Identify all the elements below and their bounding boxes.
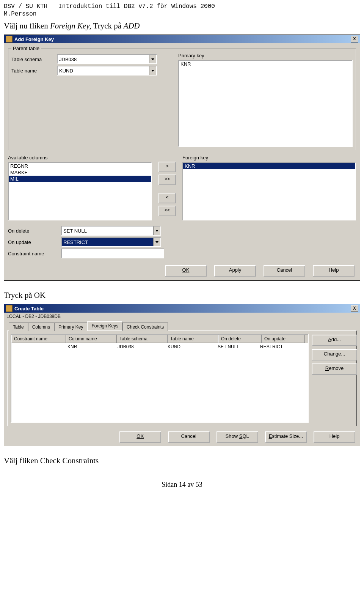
instruction-1: Välj nu fliken Foreign Key, Tryck på ADD xyxy=(0,19,364,35)
tab-foreign-keys[interactable]: Foreign Keys xyxy=(87,321,122,330)
close-icon[interactable]: X xyxy=(351,305,358,312)
tab-check-constraints[interactable]: Check Constraints xyxy=(122,323,168,331)
chevron-down-icon[interactable] xyxy=(153,227,160,235)
table-name-input[interactable] xyxy=(58,66,149,75)
group-legend: Parent table xyxy=(11,46,41,51)
cell-table-name: KUND xyxy=(165,343,215,351)
col-table-schema[interactable]: Table schema xyxy=(117,335,168,343)
tab-table[interactable]: Table xyxy=(9,323,28,331)
col-column-name[interactable]: Column name xyxy=(66,335,117,343)
add-button[interactable]: Add... xyxy=(312,335,357,346)
tab-columns[interactable]: Columns xyxy=(28,323,54,331)
foreign-key-label: Foreign key xyxy=(182,155,356,160)
page-header: DSV / SU KTH Introduktion till DB2 v7.2 … xyxy=(0,0,364,11)
instruction-2: Tryck på OK xyxy=(0,288,364,304)
chevron-down-icon[interactable] xyxy=(153,238,160,246)
move-right-button[interactable]: > xyxy=(158,162,176,172)
tab-primary-key[interactable]: Primary Key xyxy=(54,323,87,331)
table-name-combo[interactable] xyxy=(57,66,157,76)
cell-constraint xyxy=(11,343,65,351)
window-title: Add Foreign Key xyxy=(14,36,351,42)
primary-key-label: Primary key xyxy=(178,53,353,58)
window-icon xyxy=(6,305,13,312)
chevron-down-icon[interactable] xyxy=(149,66,156,75)
help-button[interactable]: Help xyxy=(314,431,355,443)
cell-on-delete: SET NULL xyxy=(215,343,258,351)
ok-button[interactable]: OK xyxy=(119,431,161,443)
page-author: M.Persson xyxy=(0,11,364,19)
foreign-key-list[interactable]: KNR xyxy=(182,162,356,220)
table-schema-input[interactable] xyxy=(58,55,149,63)
list-item[interactable]: MIL xyxy=(9,176,151,182)
remove-button[interactable]: Remove xyxy=(312,363,357,375)
parent-table-group: Parent table Table schema Table name xyxy=(8,49,356,150)
table-row[interactable]: KNR JDB038 KUND SET NULL RESTRICT xyxy=(11,343,308,351)
ok-button[interactable]: OK xyxy=(165,265,207,277)
cancel-button[interactable]: Cancel xyxy=(168,431,210,443)
on-update-label: On update xyxy=(8,239,61,245)
tab-strip: Table Columns Primary Key Foreign Keys C… xyxy=(9,321,357,330)
available-columns-list[interactable]: REGNR MARKE MIL xyxy=(8,162,152,220)
table-schema-label: Table schema xyxy=(11,57,57,62)
apply-button[interactable]: Apply xyxy=(214,265,256,277)
table-name-label: Table name xyxy=(11,68,57,74)
change-button[interactable]: Change... xyxy=(312,349,357,360)
col-on-delete[interactable]: On delete xyxy=(218,335,262,343)
move-left-button[interactable]: < xyxy=(158,193,176,203)
cell-on-update: RESTRICT xyxy=(258,343,300,351)
list-item[interactable]: MARKE xyxy=(9,169,151,176)
move-all-left-button[interactable]: << xyxy=(158,206,176,216)
chevron-down-icon[interactable] xyxy=(149,55,156,63)
list-item[interactable]: KNR xyxy=(179,61,352,67)
cancel-button[interactable]: Cancel xyxy=(264,265,305,277)
window-icon xyxy=(6,36,13,42)
table-schema-combo[interactable] xyxy=(57,54,157,64)
on-delete-combo[interactable] xyxy=(61,226,161,236)
foreign-keys-table[interactable]: Constraint name Column name Table schema… xyxy=(11,334,309,423)
on-delete-input[interactable] xyxy=(62,227,153,235)
create-table-dialog: Create Table X LOCAL - DB2 - JDB038DB Ta… xyxy=(4,304,360,446)
cell-column-name: KNR xyxy=(65,343,115,351)
available-columns-label: Available columns xyxy=(8,155,152,160)
page-footer: Sidan 14 av 53 xyxy=(0,469,364,496)
primary-key-list[interactable]: KNR xyxy=(178,60,353,147)
constraint-name-label: Constraint name xyxy=(8,251,61,256)
instruction-3: Välj fliken Check Constraints xyxy=(0,454,364,469)
window-title: Create Table xyxy=(14,306,351,312)
move-all-right-button[interactable]: >> xyxy=(158,175,176,185)
help-button[interactable]: Help xyxy=(313,265,355,277)
on-update-combo[interactable] xyxy=(61,237,161,247)
list-item[interactable]: REGNR xyxy=(9,163,151,169)
col-on-update[interactable]: On update xyxy=(262,335,305,343)
estimate-size-button[interactable]: Estimate Size... xyxy=(265,431,307,443)
breadcrumb: LOCAL - DB2 - JDB038DB xyxy=(4,313,360,321)
on-delete-label: On delete xyxy=(8,228,61,234)
show-sql-button[interactable]: Show SQL xyxy=(217,431,258,443)
add-foreign-key-dialog: Add Foreign Key X Parent table Table sch… xyxy=(4,35,360,281)
on-update-input[interactable] xyxy=(62,238,153,246)
col-table-name[interactable]: Table name xyxy=(168,335,218,343)
cell-schema: JDB038 xyxy=(115,343,165,351)
col-constraint-name[interactable]: Constraint name xyxy=(11,335,66,343)
tab-panel: Constraint name Column name Table schema… xyxy=(7,330,357,426)
list-item[interactable]: KNR xyxy=(183,163,355,169)
constraint-name-input[interactable] xyxy=(61,249,164,258)
close-icon[interactable]: X xyxy=(351,36,358,42)
